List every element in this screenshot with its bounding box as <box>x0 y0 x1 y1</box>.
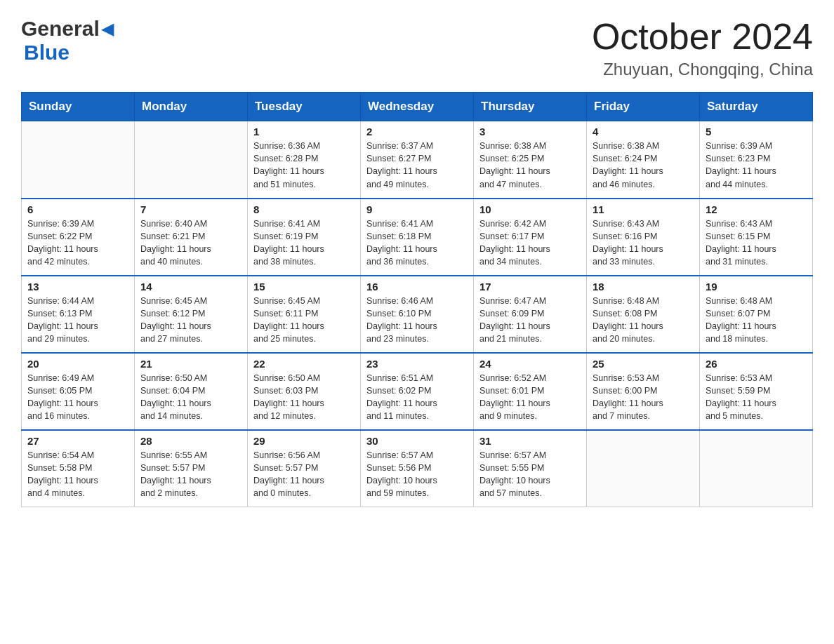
day-info: Sunrise: 6:50 AM Sunset: 6:04 PM Dayligh… <box>140 372 241 423</box>
calendar-week-row: 13Sunrise: 6:44 AM Sunset: 6:13 PM Dayli… <box>22 276 813 353</box>
day-info: Sunrise: 6:53 AM Sunset: 6:00 PM Dayligh… <box>593 372 694 423</box>
day-number: 24 <box>479 358 581 370</box>
day-number: 12 <box>706 203 807 215</box>
day-info: Sunrise: 6:52 AM Sunset: 6:01 PM Dayligh… <box>479 372 581 423</box>
day-number: 9 <box>366 203 468 215</box>
calendar-cell: 4Sunrise: 6:38 AM Sunset: 6:24 PM Daylig… <box>587 121 700 199</box>
calendar-cell: 27Sunrise: 6:54 AM Sunset: 5:58 PM Dayli… <box>22 430 135 507</box>
day-number: 17 <box>479 281 581 293</box>
day-number: 1 <box>253 126 355 137</box>
weekday-header-tuesday: Tuesday <box>248 93 361 121</box>
calendar-cell: 17Sunrise: 6:47 AM Sunset: 6:09 PM Dayli… <box>474 276 587 353</box>
calendar-cell: 22Sunrise: 6:50 AM Sunset: 6:03 PM Dayli… <box>248 353 361 430</box>
day-number: 21 <box>140 358 241 370</box>
day-number: 29 <box>253 435 355 447</box>
logo-general-text: General <box>21 17 100 41</box>
logo: General ◀ Blue <box>21 17 114 65</box>
day-number: 16 <box>366 281 468 293</box>
day-info: Sunrise: 6:41 AM Sunset: 6:18 PM Dayligh… <box>366 217 468 269</box>
day-number: 30 <box>366 435 468 447</box>
calendar-cell: 25Sunrise: 6:53 AM Sunset: 6:00 PM Dayli… <box>587 353 700 430</box>
day-info: Sunrise: 6:53 AM Sunset: 5:59 PM Dayligh… <box>706 372 807 423</box>
calendar-cell: 12Sunrise: 6:43 AM Sunset: 6:15 PM Dayli… <box>700 199 813 276</box>
day-number: 13 <box>27 281 128 293</box>
day-info: Sunrise: 6:39 AM Sunset: 6:22 PM Dayligh… <box>27 217 128 269</box>
day-info: Sunrise: 6:48 AM Sunset: 6:07 PM Dayligh… <box>706 295 807 346</box>
calendar-cell <box>700 430 813 507</box>
day-info: Sunrise: 6:41 AM Sunset: 6:19 PM Dayligh… <box>253 217 355 269</box>
weekday-header-thursday: Thursday <box>474 93 587 121</box>
day-info: Sunrise: 6:45 AM Sunset: 6:12 PM Dayligh… <box>140 295 241 346</box>
calendar-cell: 28Sunrise: 6:55 AM Sunset: 5:57 PM Dayli… <box>135 430 248 507</box>
location-title: Zhuyuan, Chongqing, China <box>592 60 813 79</box>
calendar-cell: 9Sunrise: 6:41 AM Sunset: 6:18 PM Daylig… <box>361 199 474 276</box>
day-number: 10 <box>479 203 581 215</box>
day-info: Sunrise: 6:44 AM Sunset: 6:13 PM Dayligh… <box>27 295 128 346</box>
calendar-week-row: 20Sunrise: 6:49 AM Sunset: 6:05 PM Dayli… <box>22 353 813 430</box>
calendar-cell: 14Sunrise: 6:45 AM Sunset: 6:12 PM Dayli… <box>135 276 248 353</box>
day-info: Sunrise: 6:48 AM Sunset: 6:08 PM Dayligh… <box>593 295 694 346</box>
calendar-week-row: 27Sunrise: 6:54 AM Sunset: 5:58 PM Dayli… <box>22 430 813 507</box>
weekday-header-friday: Friday <box>587 93 700 121</box>
calendar-cell: 30Sunrise: 6:57 AM Sunset: 5:56 PM Dayli… <box>361 430 474 507</box>
weekday-header-saturday: Saturday <box>700 93 813 121</box>
calendar-cell: 29Sunrise: 6:56 AM Sunset: 5:57 PM Dayli… <box>248 430 361 507</box>
day-number: 3 <box>479 126 581 137</box>
calendar-week-row: 1Sunrise: 6:36 AM Sunset: 6:28 PM Daylig… <box>22 121 813 199</box>
day-info: Sunrise: 6:56 AM Sunset: 5:57 PM Dayligh… <box>253 449 355 500</box>
month-title: October 2024 <box>592 17 813 57</box>
day-info: Sunrise: 6:55 AM Sunset: 5:57 PM Dayligh… <box>140 449 241 500</box>
day-info: Sunrise: 6:46 AM Sunset: 6:10 PM Dayligh… <box>366 295 468 346</box>
day-number: 20 <box>27 358 128 370</box>
day-info: Sunrise: 6:57 AM Sunset: 5:56 PM Dayligh… <box>366 449 468 500</box>
day-number: 4 <box>593 126 694 137</box>
calendar-cell: 11Sunrise: 6:43 AM Sunset: 6:16 PM Dayli… <box>587 199 700 276</box>
calendar-cell: 10Sunrise: 6:42 AM Sunset: 6:17 PM Dayli… <box>474 199 587 276</box>
day-info: Sunrise: 6:50 AM Sunset: 6:03 PM Dayligh… <box>253 372 355 423</box>
day-number: 27 <box>27 435 128 447</box>
day-number: 19 <box>706 281 807 293</box>
day-info: Sunrise: 6:38 AM Sunset: 6:24 PM Dayligh… <box>593 140 694 191</box>
calendar-cell: 13Sunrise: 6:44 AM Sunset: 6:13 PM Dayli… <box>22 276 135 353</box>
calendar-cell: 26Sunrise: 6:53 AM Sunset: 5:59 PM Dayli… <box>700 353 813 430</box>
day-number: 5 <box>706 126 807 137</box>
day-info: Sunrise: 6:36 AM Sunset: 6:28 PM Dayligh… <box>253 140 355 191</box>
day-info: Sunrise: 6:54 AM Sunset: 5:58 PM Dayligh… <box>27 449 128 500</box>
page-header: General ◀ Blue October 2024 Zhuyuan, Cho… <box>21 17 813 79</box>
calendar-cell: 8Sunrise: 6:41 AM Sunset: 6:19 PM Daylig… <box>248 199 361 276</box>
day-number: 28 <box>140 435 241 447</box>
calendar-cell: 6Sunrise: 6:39 AM Sunset: 6:22 PM Daylig… <box>22 199 135 276</box>
day-info: Sunrise: 6:40 AM Sunset: 6:21 PM Dayligh… <box>140 217 241 269</box>
calendar-cell: 19Sunrise: 6:48 AM Sunset: 6:07 PM Dayli… <box>700 276 813 353</box>
day-number: 7 <box>140 203 241 215</box>
day-info: Sunrise: 6:47 AM Sunset: 6:09 PM Dayligh… <box>479 295 581 346</box>
day-info: Sunrise: 6:51 AM Sunset: 6:02 PM Dayligh… <box>366 372 468 423</box>
calendar-cell <box>587 430 700 507</box>
logo-chevron-icon: ◀ <box>101 19 114 39</box>
day-number: 2 <box>366 126 468 137</box>
day-info: Sunrise: 6:43 AM Sunset: 6:15 PM Dayligh… <box>706 217 807 269</box>
calendar-cell: 15Sunrise: 6:45 AM Sunset: 6:11 PM Dayli… <box>248 276 361 353</box>
day-info: Sunrise: 6:38 AM Sunset: 6:25 PM Dayligh… <box>479 140 581 191</box>
day-number: 22 <box>253 358 355 370</box>
calendar-cell: 24Sunrise: 6:52 AM Sunset: 6:01 PM Dayli… <box>474 353 587 430</box>
weekday-header-monday: Monday <box>135 93 248 121</box>
day-info: Sunrise: 6:39 AM Sunset: 6:23 PM Dayligh… <box>706 140 807 191</box>
day-info: Sunrise: 6:43 AM Sunset: 6:16 PM Dayligh… <box>593 217 694 269</box>
calendar-cell: 2Sunrise: 6:37 AM Sunset: 6:27 PM Daylig… <box>361 121 474 199</box>
day-info: Sunrise: 6:45 AM Sunset: 6:11 PM Dayligh… <box>253 295 355 346</box>
calendar-cell: 3Sunrise: 6:38 AM Sunset: 6:25 PM Daylig… <box>474 121 587 199</box>
day-info: Sunrise: 6:57 AM Sunset: 5:55 PM Dayligh… <box>479 449 581 500</box>
day-info: Sunrise: 6:37 AM Sunset: 6:27 PM Dayligh… <box>366 140 468 191</box>
calendar-cell: 1Sunrise: 6:36 AM Sunset: 6:28 PM Daylig… <box>248 121 361 199</box>
calendar-week-row: 6Sunrise: 6:39 AM Sunset: 6:22 PM Daylig… <box>22 199 813 276</box>
logo-blue-text: Blue <box>24 41 70 64</box>
title-block: October 2024 Zhuyuan, Chongqing, China <box>592 17 813 79</box>
day-number: 15 <box>253 281 355 293</box>
calendar-table: SundayMondayTuesdayWednesdayThursdayFrid… <box>21 92 813 507</box>
calendar-cell: 21Sunrise: 6:50 AM Sunset: 6:04 PM Dayli… <box>135 353 248 430</box>
day-number: 18 <box>593 281 694 293</box>
day-info: Sunrise: 6:42 AM Sunset: 6:17 PM Dayligh… <box>479 217 581 269</box>
weekday-header-wednesday: Wednesday <box>361 93 474 121</box>
calendar-cell: 18Sunrise: 6:48 AM Sunset: 6:08 PM Dayli… <box>587 276 700 353</box>
